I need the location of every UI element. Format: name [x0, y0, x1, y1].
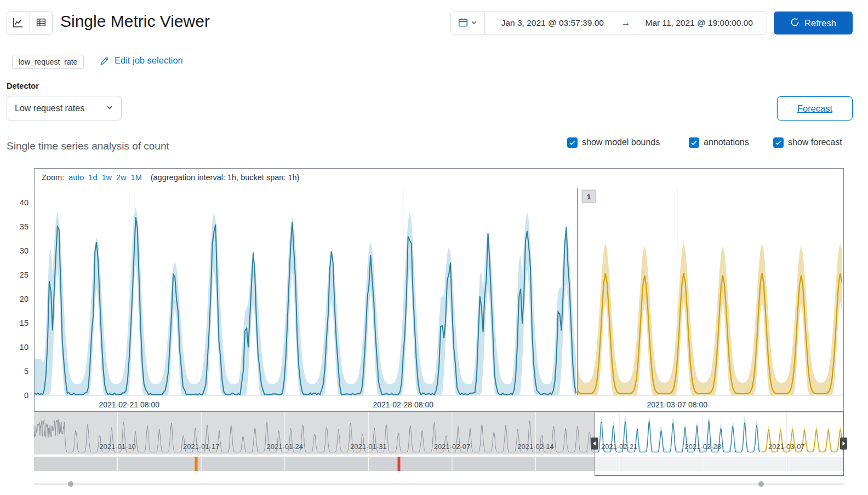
refresh-button[interactable]: Refresh [774, 11, 853, 34]
checkbox-group-annotations: annotations [689, 136, 749, 148]
zoom-controls: Zoom: auto 1d 1w 2w 1M (aggregation inte… [42, 173, 299, 182]
checkbox-label-annotations: annotations [704, 137, 749, 147]
single-metric-viewer-page: Single Metric Viewer Jan 3, 2021 @ 03:57… [0, 0, 868, 495]
y-axis-labels: 0510152025303540 [0, 0, 28, 416]
zoom-option-1d[interactable]: 1d [88, 173, 97, 182]
swimlane-masked [34, 457, 595, 471]
checkbox-label-show-model-bounds: show model bounds [582, 137, 660, 147]
y-tick-label: 0 [0, 390, 28, 400]
swimlane-anomaly-marker[interactable] [397, 457, 400, 471]
checkbox-label-show-forecast: show forecast [788, 137, 842, 147]
y-tick-label: 40 [0, 198, 28, 208]
main-chart-panel: 2021-02-21 08:002021-02-28 08:002021-03-… [34, 168, 844, 412]
model-bounds-area [35, 208, 576, 395]
date-range-arrow: → [620, 18, 632, 28]
scrollbar-handle-left[interactable] [68, 481, 73, 487]
swimlane-anomaly-marker[interactable] [195, 457, 198, 471]
edit-job-selection-link[interactable]: Edit job selection [115, 55, 183, 66]
context-tick-label: 2021-01-17 [183, 442, 220, 451]
analysis-title: Single time series analysis of count [7, 140, 169, 152]
context-tick-label: 2021-01-24 [267, 442, 304, 451]
context-tick-label: 2021-03-07 [768, 442, 805, 451]
context-tick-label: 2021-02-21 [601, 442, 638, 451]
scrollbar-track [34, 484, 844, 485]
swimlane-selection [595, 457, 844, 471]
checkbox-group-show-forecast: show forecast [773, 136, 842, 148]
checkbox-group-show-model-bounds: show model bounds [567, 136, 660, 148]
context-scrollbar[interactable] [34, 480, 844, 488]
context-chart[interactable]: 2021-01-102021-01-172021-01-242021-01-31… [34, 412, 844, 479]
x-tick-label: 2021-02-28 08:00 [373, 400, 434, 409]
zoom-option-2w[interactable]: 2w [116, 173, 127, 182]
context-tick-label: 2021-02-14 [517, 442, 554, 451]
y-tick-label: 35 [0, 222, 28, 232]
x-tick-label: 2021-03-07 08:00 [647, 400, 708, 409]
y-tick-label: 15 [0, 318, 28, 328]
chevron-down-icon [471, 19, 477, 27]
y-tick-label: 20 [0, 294, 28, 304]
checkbox-show-forecast[interactable] [773, 137, 784, 148]
y-tick-label: 10 [0, 342, 28, 352]
table-view-button[interactable] [30, 12, 53, 34]
table-icon [36, 18, 46, 29]
calendar-dropdown-button[interactable] [451, 12, 485, 34]
zoom-option-1w[interactable]: 1w [101, 173, 112, 182]
date-range-picker: Jan 3, 2021 @ 03:57:39.00 → Mar 11, 2021… [450, 11, 767, 34]
x-tick-label: 2021-02-21 08:00 [99, 400, 159, 409]
calendar-icon [458, 18, 468, 29]
context-tick-label: 2021-01-10 [99, 442, 136, 451]
y-tick-label: 30 [0, 246, 28, 256]
page-title: Single Metric Viewer [60, 12, 210, 31]
zoom-prefix: Zoom: [42, 173, 64, 182]
y-tick-label: 5 [0, 366, 28, 376]
zoom-option-1M[interactable]: 1M [131, 173, 142, 182]
checkbox-annotations[interactable] [689, 137, 699, 148]
forecast-bounds-area [578, 243, 842, 395]
context-tick-label: 2021-01-31 [350, 442, 387, 451]
scrollbar-handle-right[interactable] [758, 481, 764, 487]
chevron-down-icon [106, 103, 113, 113]
zoom-option-auto[interactable]: auto [68, 173, 84, 182]
refresh-icon [790, 18, 800, 29]
date-range-start[interactable]: Jan 3, 2021 @ 03:57:39.00 [485, 18, 620, 28]
date-range-end[interactable]: Mar 11, 2021 @ 19:00:00.00 [632, 18, 767, 28]
zoom-aggregation-info: (aggregation interval: 1h, bucket span: … [151, 173, 300, 182]
main-time-series-chart[interactable]: 2021-02-21 08:002021-02-28 08:002021-03-… [35, 169, 843, 411]
y-tick-label: 25 [0, 270, 28, 280]
pencil-icon [100, 56, 109, 68]
annotation-marker-label: 1 [587, 193, 591, 201]
forecast-button[interactable]: Forecast [777, 96, 853, 120]
context-tick-label: 2021-02-28 [685, 442, 722, 451]
refresh-label: Refresh [804, 18, 836, 28]
checkbox-show-model-bounds[interactable] [567, 137, 578, 148]
context-tick-label: 2021-02-07 [434, 442, 471, 451]
